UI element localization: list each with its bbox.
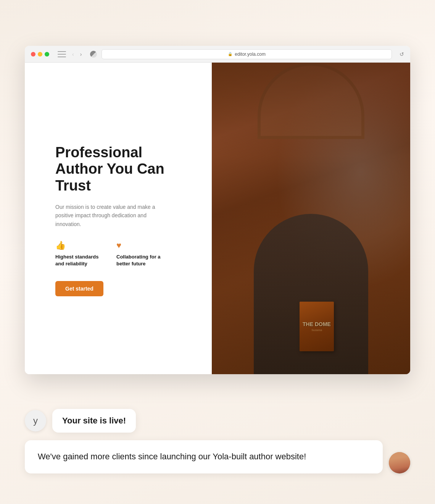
thumbs-up-icon: 👍 xyxy=(55,241,105,250)
notification-bubble: Your site is live! xyxy=(52,409,136,433)
yola-letter: y xyxy=(33,415,38,426)
feature-item-1: 👍 Highest standards and reliability xyxy=(55,241,105,267)
traffic-lights xyxy=(31,52,49,57)
sidebar-toggle-icon[interactable] xyxy=(58,51,66,57)
testimonial-row: We've gained more clients since launchin… xyxy=(25,440,410,473)
feature-item-2: ♥ Collaborating for a better future xyxy=(116,241,166,267)
user-avatar-face xyxy=(389,452,410,473)
browser-window: ‹ › 🔒 editor.yola.com ↺ Professional Aut… xyxy=(25,46,410,374)
right-panel: THE DOME Suzanna xyxy=(212,63,410,374)
maximize-button[interactable] xyxy=(45,52,49,57)
photo-overlay xyxy=(212,63,410,374)
back-arrow[interactable]: ‹ xyxy=(71,50,76,58)
browser-nav: ‹ › xyxy=(71,50,83,58)
user-avatar xyxy=(389,452,410,473)
testimonial-text: We've gained more clients since launchin… xyxy=(38,452,306,461)
browser-toolbar: ‹ › 🔒 editor.yola.com ↺ xyxy=(25,46,410,63)
feature-1-label: Highest standards and reliability xyxy=(55,254,105,267)
minimize-button[interactable] xyxy=(38,52,42,57)
chat-area: y Your site is live! We've gained more c… xyxy=(25,409,410,473)
hero-subtitle: Our mission is to create value and make … xyxy=(55,203,162,228)
url-text: editor.yola.com xyxy=(235,52,266,57)
features-row: 👍 Highest standards and reliability ♥ Co… xyxy=(55,241,193,267)
close-button[interactable] xyxy=(31,52,35,57)
hero-title: Professional Author You Can Trust xyxy=(55,144,193,194)
heart-icon: ♥ xyxy=(116,241,166,250)
get-started-button[interactable]: Get started xyxy=(55,281,103,296)
photo-scene: THE DOME Suzanna xyxy=(212,63,410,374)
lock-icon: 🔒 xyxy=(228,52,232,56)
reload-icon[interactable]: ↺ xyxy=(400,51,404,57)
browser-content: Professional Author You Can Trust Our mi… xyxy=(25,63,410,374)
testimonial-bubble: We've gained more clients since launchin… xyxy=(25,440,383,473)
yola-avatar: y xyxy=(25,410,46,431)
notification-text: Your site is live! xyxy=(62,416,126,425)
feature-2-label: Collaborating for a better future xyxy=(116,254,166,267)
left-panel: Professional Author You Can Trust Our mi… xyxy=(25,63,212,374)
forward-arrow[interactable]: › xyxy=(79,50,84,58)
notification-row: y Your site is live! xyxy=(25,409,410,433)
address-bar[interactable]: 🔒 editor.yola.com xyxy=(102,49,392,59)
brightness-icon xyxy=(90,51,97,58)
